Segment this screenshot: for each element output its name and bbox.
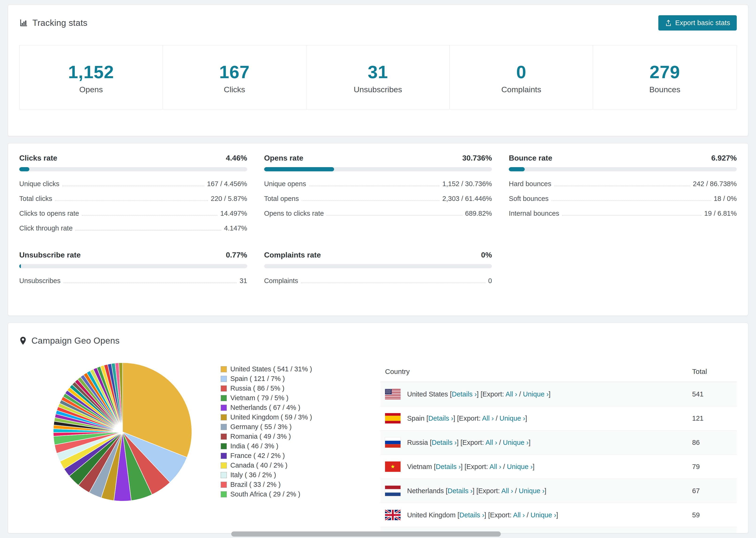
legend-label: Netherlands ( 67 / 4% ) [230, 404, 300, 411]
stat-cell-clicks: 167Clicks [163, 45, 306, 109]
legend-swatch [221, 395, 227, 401]
legend-item-south-africa: South Africa ( 29 / 2% ) [221, 489, 333, 499]
details-link[interactable]: Details › [452, 390, 477, 398]
rate-metric-rows: Complaints0 [264, 273, 492, 288]
details-link[interactable]: Details › [448, 487, 473, 495]
metric-value: 220 / 5.87% [211, 195, 247, 202]
legend-label: Canada ( 40 / 2% ) [230, 461, 287, 469]
rate-metric-rows: Hard bounces242 / 86.738%Soft bounces18 … [509, 177, 737, 221]
horizontal-scrollbar-thumb[interactable] [231, 531, 501, 537]
legend-label: India ( 46 / 3% ) [230, 442, 279, 450]
geo-table-row-united-states: United States [Details ›] [Export: All ›… [380, 382, 737, 406]
geo-table-rows: United States [Details ›] [Export: All ›… [380, 382, 737, 533]
progress-bar-fill [19, 264, 21, 268]
legend-swatch [221, 405, 227, 411]
country-total: 67 [692, 487, 732, 495]
legend-item-vietnam: Vietnam ( 79 / 5% ) [221, 393, 333, 403]
export-all-link[interactable]: All › [513, 511, 525, 519]
country-name: Spain [407, 414, 426, 422]
rate-metric-row-unique-opens: Unique opens1,152 / 30.736% [264, 177, 492, 191]
export-all-link[interactable]: All › [486, 439, 497, 446]
country-name: United Kingdom [407, 511, 458, 519]
legend-item-netherlands: Netherlands ( 67 / 4% ) [221, 403, 333, 412]
legend-label: South Africa ( 29 / 2% ) [230, 490, 300, 498]
metric-value: 167 / 4.456% [207, 180, 247, 188]
geo-table-header-total: Total [692, 368, 732, 376]
export-unique-link[interactable]: Unique › [507, 463, 533, 470]
country-text: Vietnam [Details ›] [Export: All › / Uni… [407, 461, 535, 472]
stat-cell-bounces: 279Bounces [593, 45, 736, 109]
dotted-leader [62, 186, 204, 186]
export-basic-stats-label: Export basic stats [675, 19, 730, 27]
export-basic-stats-button[interactable]: Export basic stats [658, 15, 737, 30]
legend-label: Brazil ( 33 / 2% ) [230, 481, 281, 488]
export-all-link[interactable]: All › [490, 463, 501, 470]
export-all-link[interactable]: All › [506, 390, 517, 398]
metric-value: 0 [488, 277, 492, 285]
stat-cell-unsubscribes: 31Unsubscribes [306, 45, 450, 109]
geo-table-row-vietnam: Vietnam [Details ›] [Export: All › / Uni… [380, 455, 737, 479]
export-unique-link[interactable]: Unique › [519, 487, 544, 495]
legend-label: United States ( 541 / 31% ) [230, 365, 312, 373]
country-text: United States [Details ›] [Export: All ›… [407, 389, 551, 399]
details-link[interactable]: Details › [432, 439, 457, 446]
export-unique-link[interactable]: Unique › [530, 511, 556, 519]
metric-value: 18 / 0% [714, 195, 737, 202]
legend-swatch [221, 472, 227, 478]
rate-panel-complaints-rate: Complaints rate0%Complaints0 [264, 251, 492, 288]
flag-us-icon [385, 389, 401, 399]
metric-value: 14.497% [220, 210, 247, 217]
country-name: Russia [407, 439, 430, 446]
metric-label: Clicks to opens rate [19, 210, 79, 217]
rate-metric-row-clicks-to-opens-rate: Clicks to opens rate14.497% [19, 206, 247, 221]
flag-vn-icon [385, 461, 401, 472]
rate-metric-row-click-through-rate: Click through rate4.147% [19, 221, 247, 236]
rates-card: Clicks rate4.46%Unique clicks167 / 4.456… [8, 143, 748, 316]
campaign-geo-opens-title: Campaign Geo Opens [19, 333, 737, 348]
details-link[interactable]: Details › [428, 414, 453, 422]
country-cell: United Kingdom [Details ›] [Export: All … [385, 510, 692, 520]
rate-panel-clicks-rate: Clicks rate4.46%Unique clicks167 / 4.456… [19, 154, 247, 236]
country-cell: Russia [Details ›] [Export: All › / Uniq… [385, 437, 692, 448]
metric-label: Unique clicks [19, 180, 59, 188]
progress-bar [264, 167, 492, 171]
rate-title: Unsubscribe rate [19, 251, 81, 259]
export-unique-link[interactable]: Unique › [499, 414, 525, 422]
tracking-stats-card: Tracking stats Export basic stats 1,152O… [8, 5, 748, 136]
campaign-geo-opens-title-text: Campaign Geo Opens [31, 336, 120, 346]
legend-swatch [221, 414, 227, 420]
progress-bar [264, 264, 492, 268]
tracking-stats-title: Tracking stats [19, 16, 87, 30]
rate-value: 0% [481, 251, 492, 259]
rate-value: 6.927% [711, 154, 737, 162]
bar-chart-icon [19, 19, 28, 27]
legend-swatch [221, 424, 227, 430]
progress-bar-fill [509, 167, 524, 171]
details-link[interactable]: Details › [459, 511, 484, 519]
export-all-link[interactable]: All › [482, 414, 494, 422]
legend-label: Italy ( 36 / 2% ) [230, 471, 276, 479]
export-unique-link[interactable]: Unique › [523, 390, 549, 398]
legend-item-united-states: United States ( 541 / 31% ) [221, 364, 333, 374]
dotted-leader [552, 200, 711, 201]
export-icon [665, 20, 672, 27]
metric-value: 31 [240, 277, 247, 285]
legend-item-italy: Italy ( 36 / 2% ) [221, 470, 333, 480]
export-unique-link[interactable]: Unique › [503, 439, 529, 446]
geo-table-row-united-kingdom: United Kingdom [Details ›] [Export: All … [380, 503, 737, 527]
legend-label: Vietnam ( 79 / 5% ) [230, 394, 289, 402]
rate-title: Complaints rate [264, 251, 321, 259]
rate-panel-head: Unsubscribe rate0.77% [19, 251, 247, 259]
export-all-link[interactable]: All › [501, 487, 513, 495]
country-text: Netherlands [Details ›] [Export: All › /… [407, 486, 546, 496]
country-cell: Spain [Details ›] [Export: All › / Uniqu… [385, 413, 692, 423]
metric-value: 4.147% [224, 224, 247, 232]
legend-swatch [221, 366, 227, 372]
details-link[interactable]: Details › [436, 463, 460, 470]
flag-nl-icon [385, 486, 401, 496]
tracking-stats-title-text: Tracking stats [32, 18, 87, 28]
stat-label: Opens [22, 85, 160, 94]
stat-value: 1,152 [22, 62, 160, 82]
flag-gb-icon [385, 510, 401, 520]
rate-metric-row-unsubscribes: Unsubscribes31 [19, 273, 247, 288]
